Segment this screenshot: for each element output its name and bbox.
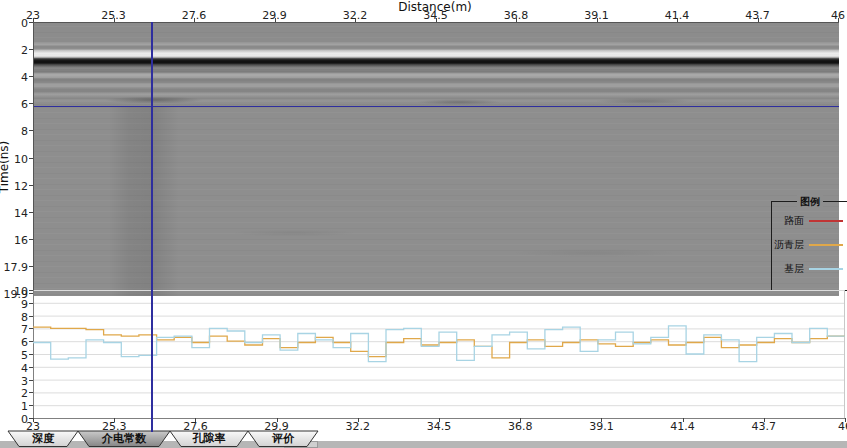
time-tick-label: 14 [0, 207, 28, 220]
series-基层 [33, 326, 845, 362]
horizontal-cursor-line[interactable] [34, 106, 839, 107]
legend-box: 图例 路面沥青层基层 [771, 201, 847, 291]
legend-color-line [809, 268, 843, 270]
gpr-analysis-window: Distance(m) Time(ns) 2325.327.629.932.23… [0, 0, 847, 448]
value-tick-mark [29, 316, 33, 317]
line-chart-svg [33, 290, 846, 421]
radargram-texture [34, 23, 839, 296]
value-tick-mark [29, 367, 33, 368]
time-tick-label: 12 [0, 180, 28, 193]
time-tick-label: 6 [0, 98, 28, 111]
tab-介电常数[interactable]: 介电常数 [102, 431, 146, 446]
value-tick-label: 0 [0, 413, 28, 426]
radargram-bscan[interactable]: 图例 路面沥青层基层 [33, 22, 839, 296]
time-tick-label: 4 [0, 71, 28, 84]
legend-item-label: 沥青层 [774, 238, 804, 252]
value-tick-mark [29, 380, 33, 381]
value-tick-label: 2 [0, 387, 28, 400]
legend-item: 沥青层 [772, 238, 847, 252]
legend-item: 路面 [772, 214, 847, 228]
value-tick-label: 6 [0, 336, 28, 349]
value-tick-label: 8 [0, 311, 28, 324]
value-tick-mark [29, 354, 33, 355]
value-tick-label: 5 [0, 349, 28, 362]
value-tick-mark [29, 303, 33, 304]
time-tick-label: 8 [0, 125, 28, 138]
legend-item-label: 基层 [784, 262, 804, 276]
value-tick-mark [29, 405, 33, 406]
tab-评价[interactable]: 评价 [272, 431, 294, 446]
legend-item-label: 路面 [784, 214, 804, 228]
value-tick-label: 1 [0, 400, 28, 413]
vertical-cursor-line[interactable] [151, 22, 153, 432]
value-tick-mark [29, 341, 33, 342]
tab-孔隙率[interactable]: 孔隙率 [193, 431, 226, 446]
time-tick-label: 16 [0, 234, 28, 247]
time-tick-label: 0 [0, 17, 28, 30]
value-tick-label: 7 [0, 323, 28, 336]
tab-深度[interactable]: 深度 [32, 431, 54, 446]
value-tick-mark [29, 290, 33, 291]
time-tick-label: 17.9 [0, 261, 28, 274]
tab-bar: 深度介电常数孔隙率评价 [0, 430, 847, 448]
value-tick-label: 3 [0, 375, 28, 388]
legend-color-line [809, 220, 843, 222]
value-tick-mark [29, 328, 33, 329]
legend-color-line [809, 244, 843, 246]
value-tick-mark [29, 392, 33, 393]
value-tick-label: 4 [0, 362, 28, 375]
time-tick-label: 2 [0, 44, 28, 57]
legend-item: 基层 [772, 262, 847, 276]
legend-title: 图例 [797, 195, 823, 209]
dielectric-line-chart[interactable] [33, 290, 846, 425]
time-tick-label: 10 [0, 153, 28, 166]
value-tick-label: 9 [0, 298, 28, 311]
value-tick-label: 10 [0, 285, 28, 298]
